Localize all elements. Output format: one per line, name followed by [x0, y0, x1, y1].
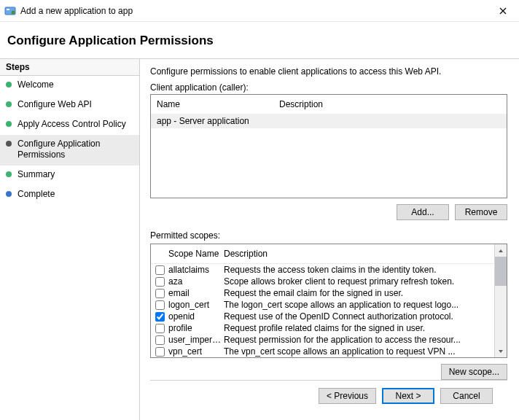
bullet-icon	[6, 191, 12, 197]
wizard-buttons: < Previous Next > Cancel	[150, 380, 507, 413]
scope-name: openid	[168, 311, 224, 322]
scope-checkbox[interactable]	[155, 300, 165, 310]
svg-rect-1	[7, 9, 9, 10]
previous-button[interactable]: < Previous	[319, 388, 376, 404]
client-list: Name Description app - Server applicatio…	[150, 94, 507, 198]
step-configure-permissions[interactable]: Configure Application Permissions	[0, 135, 139, 166]
client-columns: Name Description	[151, 95, 507, 114]
bullet-icon	[6, 101, 12, 107]
new-scope-button[interactable]: New scope...	[441, 364, 507, 380]
permitted-scopes-label: Permitted scopes:	[150, 230, 507, 241]
bullet-icon	[6, 121, 12, 127]
client-name: app - Server application	[157, 116, 279, 126]
scope-checkbox[interactable]	[155, 312, 165, 322]
scopes-list: Scope Name Description allatclaimsReques…	[150, 244, 507, 358]
scope-checkbox[interactable]	[155, 265, 165, 275]
scope-name: vpn_cert	[168, 346, 224, 357]
scope-name: email	[168, 288, 224, 298]
scope-row[interactable]: logon_certThe logon_cert scope allows an…	[151, 299, 494, 311]
step-complete[interactable]: Complete	[0, 185, 139, 205]
steps-header: Steps	[0, 59, 139, 76]
col-desc: Description	[279, 99, 501, 109]
scope-desc: Request permission for the application t…	[224, 335, 490, 345]
intro-text: Configure permissions to enable client a…	[150, 66, 507, 77]
scope-desc: Scope allows broker client to request pr…	[224, 276, 490, 287]
close-button[interactable]	[491, 1, 515, 21]
scope-desc: The logon_cert scope allows an applicati…	[224, 300, 490, 310]
scope-desc: Requests the access token claims in the …	[224, 265, 490, 275]
scope-row[interactable]: profileRequest profile related claims fo…	[151, 322, 494, 334]
step-configure-web-api[interactable]: Configure Web API	[0, 96, 139, 115]
svg-point-2	[12, 10, 15, 14]
scope-name: logon_cert	[168, 300, 224, 310]
col-scope-desc: Description	[224, 249, 490, 259]
page-heading: Configure Application Permissions	[0, 22, 519, 58]
scrollbar[interactable]	[494, 244, 507, 357]
scope-desc: Request use of the OpenID Connect author…	[224, 311, 490, 322]
scope-checkbox[interactable]	[155, 324, 165, 333]
step-access-control[interactable]: Apply Access Control Policy	[0, 115, 139, 135]
client-row[interactable]: app - Server application	[151, 114, 507, 128]
add-button[interactable]: Add...	[397, 204, 449, 220]
scope-name: allatclaims	[168, 265, 224, 275]
scroll-thumb[interactable]	[495, 257, 507, 286]
scope-row[interactable]: user_imperso...Request permission for th…	[151, 334, 494, 346]
step-welcome[interactable]: Welcome	[0, 76, 139, 96]
scope-desc: Request profile related claims for the s…	[224, 323, 490, 333]
scope-checkbox[interactable]	[155, 335, 165, 345]
bullet-icon	[6, 171, 12, 177]
scope-checkbox[interactable]	[155, 289, 165, 298]
scope-checkbox[interactable]	[155, 347, 165, 357]
scope-row[interactable]: vpn_certThe vpn_cert scope allows an app…	[151, 346, 494, 357]
scope-checkbox[interactable]	[155, 277, 165, 287]
scopes-columns: Scope Name Description	[151, 244, 494, 264]
remove-button[interactable]: Remove	[455, 204, 507, 220]
steps-sidebar: Steps Welcome Configure Web API Apply Ac…	[0, 58, 140, 420]
col-name: Name	[157, 99, 279, 109]
app-icon	[4, 5, 16, 17]
scope-desc: Request the email claim for the signed i…	[224, 288, 490, 298]
scope-name: user_imperso...	[168, 335, 224, 345]
bullet-icon	[6, 82, 12, 88]
scope-row[interactable]: allatclaimsRequests the access token cla…	[151, 264, 494, 276]
scope-name: aza	[168, 276, 224, 287]
step-summary[interactable]: Summary	[0, 166, 139, 185]
title-bar: Add a new application to app	[0, 0, 519, 22]
bullet-icon	[6, 141, 12, 147]
scope-row[interactable]: emailRequest the email claim for the sig…	[151, 287, 494, 299]
scope-row[interactable]: azaScope allows broker client to request…	[151, 276, 494, 287]
scope-name: profile	[168, 323, 224, 333]
scroll-up-icon[interactable]	[495, 244, 507, 257]
main-panel: Configure permissions to enable client a…	[140, 58, 519, 420]
client-app-label: Client application (caller):	[150, 82, 507, 93]
scroll-down-icon[interactable]	[495, 345, 507, 357]
next-button[interactable]: Next >	[382, 388, 434, 404]
col-scope-name: Scope Name	[168, 249, 224, 259]
scope-desc: The vpn_cert scope allows an application…	[224, 346, 490, 357]
cancel-button[interactable]: Cancel	[440, 388, 493, 404]
scope-row[interactable]: openidRequest use of the OpenID Connect …	[151, 311, 494, 322]
window-title: Add a new application to app	[20, 6, 491, 16]
